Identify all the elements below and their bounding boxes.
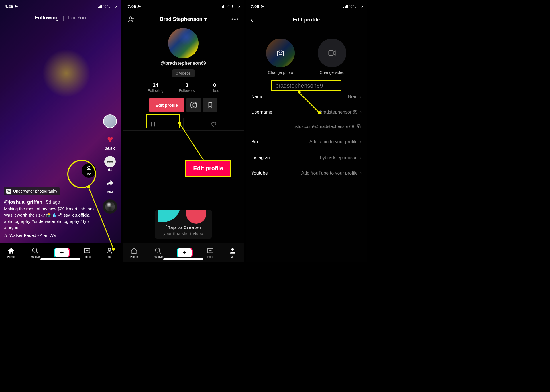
post-time: 5d ago	[46, 200, 60, 205]
signal-icon	[343, 5, 348, 8]
status-time: 4:25	[5, 4, 13, 9]
chevron-right-icon: ›	[360, 155, 362, 160]
tab-following[interactable]: Following	[35, 15, 59, 21]
row-username[interactable]: Username bradstephenson69 ›	[251, 104, 362, 120]
creator-avatar[interactable]	[103, 114, 117, 128]
video-right-actions: ♥ 26.5K ••• 61 294	[103, 114, 117, 214]
row-youtube[interactable]: Youtube Add YouTube to your profile ›	[251, 165, 362, 181]
svg-rect-12	[329, 51, 333, 55]
chevron-right-icon: ›	[360, 171, 362, 176]
nav-me[interactable]: Me	[229, 247, 237, 258]
copy-icon[interactable]	[357, 124, 362, 129]
music-title: Walker Faded - Alan Wa	[9, 232, 56, 239]
callout-username-box: bradstephenson69	[271, 80, 341, 91]
comment-count: 61	[108, 167, 112, 172]
share-button[interactable]	[104, 177, 116, 189]
location-arrow-icon: ➤	[14, 4, 18, 9]
callout-me-circle	[67, 160, 96, 188]
inbox-icon	[83, 247, 91, 255]
nav-discover[interactable]: Discover	[152, 247, 164, 258]
feed-info-overlay: W Underwater photography @joshua_griffen…	[4, 187, 101, 239]
post-caption: Making the most of my new $29 Kmart fish…	[4, 206, 101, 231]
home-icon	[7, 247, 15, 255]
post-username[interactable]: @joshua_griffen	[4, 199, 42, 205]
wifi-icon	[103, 5, 108, 8]
svg-point-6	[192, 104, 195, 106]
chevron-down-icon: ▾	[204, 16, 207, 22]
add-friends-button[interactable]	[127, 15, 135, 23]
share-count: 294	[107, 190, 113, 194]
svg-point-0	[32, 248, 37, 252]
svg-point-7	[195, 103, 196, 104]
inbox-icon	[206, 247, 214, 255]
profile-handle: @bradstephenson69	[123, 61, 243, 66]
music-disc[interactable]	[103, 199, 117, 214]
nav-inbox[interactable]: Inbox	[83, 247, 91, 258]
like-count: 26.5K	[105, 146, 115, 151]
svg-point-4	[129, 17, 132, 19]
status-time: 7:06	[251, 4, 259, 9]
topic-badge[interactable]: W Underwater photography	[4, 187, 60, 195]
callout-box-edit-btn	[146, 114, 180, 128]
page-title: Edit profile	[251, 17, 362, 23]
change-video-button[interactable]: Change video	[318, 39, 346, 75]
phone-edit-profile-screen: 7:06➤ ‹ Edit profile Change photo Change…	[246, 0, 367, 262]
svg-point-2	[108, 248, 111, 251]
instagram-link-button[interactable]	[186, 98, 201, 112]
phone-profile-screen: 7:05➤ Brad Stephenson ▾ ••• @bradstephen…	[123, 0, 243, 262]
comment-button[interactable]: •••	[104, 156, 116, 167]
callout-edit-profile-label: Edit profile	[185, 160, 231, 177]
video-count-pill: 0 videos	[172, 69, 195, 77]
tap-to-create-card[interactable]: 「Tap to Create」 your first short video	[155, 210, 212, 239]
wifi-icon	[349, 5, 354, 8]
status-bar: 4:25➤	[0, 0, 121, 13]
person-icon	[229, 247, 237, 255]
wifi-icon	[227, 5, 231, 8]
stat-followers[interactable]: 3Followers	[179, 82, 195, 93]
more-button[interactable]: •••	[231, 16, 239, 23]
home-indicator	[40, 258, 80, 260]
location-arrow-icon: ➤	[260, 4, 264, 9]
nav-discover[interactable]: Discover	[30, 247, 41, 258]
tab-for-you[interactable]: For You	[68, 15, 86, 21]
battery-icon	[232, 5, 239, 8]
stat-likes[interactable]: 0Likes	[210, 82, 219, 93]
chevron-right-icon: ›	[360, 94, 362, 99]
profile-name-dropdown[interactable]: Brad Stephenson ▾	[160, 16, 207, 22]
signal-icon	[98, 5, 103, 8]
row-profile-url[interactable]: tiktok.com/@bradstephenson69	[251, 120, 362, 134]
home-indicator	[163, 258, 203, 260]
stat-following[interactable]: 24Following	[148, 82, 164, 93]
like-button[interactable]: ♥	[104, 133, 116, 145]
profile-avatar[interactable]	[168, 28, 199, 58]
row-name[interactable]: Name Brad ›	[251, 89, 362, 104]
chevron-right-icon: ›	[360, 110, 362, 115]
signal-icon	[221, 5, 225, 8]
nav-home[interactable]: Home	[7, 247, 15, 258]
search-icon	[31, 247, 39, 255]
chevron-right-icon: ›	[360, 139, 362, 144]
svg-rect-13	[358, 126, 361, 128]
row-bio[interactable]: Bio Add a bio to your profile ›	[251, 134, 362, 150]
search-icon	[154, 247, 162, 255]
nav-inbox[interactable]: Inbox	[206, 247, 214, 258]
bookmark-button[interactable]	[203, 98, 217, 112]
svg-point-8	[155, 248, 160, 252]
battery-icon	[355, 5, 362, 8]
battery-icon	[109, 5, 116, 8]
status-time: 7:05	[127, 4, 136, 9]
change-photo-button[interactable]: Change photo	[266, 39, 295, 75]
phone-feed-screen: 4:25➤ Following | For You ♥ 26.5K ••• 61…	[0, 0, 121, 262]
nav-create[interactable]: +	[178, 248, 192, 257]
edit-profile-button[interactable]: Edit profile	[149, 98, 184, 112]
row-instagram[interactable]: Instagram bybradstephenson ›	[251, 150, 362, 165]
nav-create[interactable]: +	[55, 248, 69, 257]
nav-home[interactable]: Home	[130, 247, 138, 258]
status-bar: 7:06➤	[246, 0, 367, 13]
feed-tabs: Following | For You	[0, 15, 121, 21]
svg-point-11	[279, 52, 282, 55]
home-icon	[130, 247, 138, 255]
tab-liked[interactable]	[184, 118, 244, 130]
music-note-icon: ♫	[4, 232, 7, 239]
svg-point-10	[231, 248, 234, 251]
